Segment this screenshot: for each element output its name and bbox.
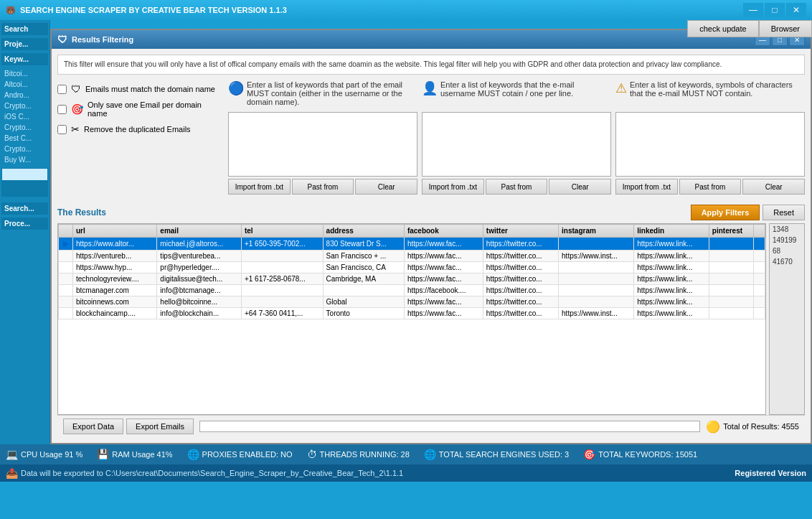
import-txt-btn-2[interactable]: Import from .txt	[422, 179, 484, 195]
sidebar-item-2[interactable]: Andro...	[1, 90, 48, 100]
past-from-btn-2[interactable]: Past from	[486, 179, 548, 195]
checkbox-one-email[interactable]: 🎯 Only save one Email per domain name	[57, 100, 222, 118]
info-text: This filter will ensure that you will on…	[57, 55, 805, 75]
cell-instagram	[559, 273, 634, 285]
sidebar-item-1[interactable]: Altcoi...	[1, 79, 48, 90]
row-expand-cell[interactable]	[59, 285, 73, 296]
sidebar-item-7[interactable]: Crypto...	[1, 144, 48, 154]
reset-button[interactable]: Reset	[763, 205, 805, 220]
clear-btn-2[interactable]: Clear	[549, 179, 611, 195]
row-expand-cell[interactable]	[59, 296, 73, 308]
table-row[interactable]: technologyreview....digitalissue@tech...…	[59, 273, 765, 285]
maximize-button[interactable]: □	[765, 3, 785, 17]
cpu-icon: 💻	[6, 449, 18, 460]
table-row[interactable]: https://ventureb...tips@venturebea...San…	[59, 251, 765, 262]
threads-status: ⏱ THREADS RUNNING: 28	[307, 449, 410, 460]
clear-btn-3[interactable]: Clear	[742, 179, 805, 195]
check-update-button[interactable]: check update	[687, 20, 758, 37]
sidebar-item-0[interactable]: Bitcoi...	[1, 68, 48, 79]
cell-email: pr@hyperledger....	[157, 262, 242, 273]
cell-tel	[241, 296, 323, 308]
sidebar-section-process: Proce...	[1, 218, 48, 230]
proxies-icon: 🌐	[187, 449, 199, 460]
import-txt-btn-3[interactable]: Import from .txt	[615, 179, 678, 195]
filter-desc-2: Enter a list of keywords that the e-mail…	[440, 80, 611, 98]
table-row[interactable]: https://www.hyp...pr@hyperledger....San …	[59, 262, 765, 273]
cell-linkedin: https://www.link...	[634, 296, 709, 308]
col-twitter[interactable]: twitter	[483, 225, 558, 238]
filter-textarea-1[interactable]	[228, 112, 417, 177]
keywords-label: TOTAL KEYWORDS: 15051	[598, 450, 697, 459]
sidebar-item-3[interactable]: Crypto...	[1, 100, 48, 111]
ram-label: RAM Usage 41%	[112, 450, 172, 459]
export-data-button[interactable]: Export Data	[63, 419, 123, 434]
close-button[interactable]: ✕	[786, 3, 806, 17]
filter-textarea-2[interactable]	[422, 112, 611, 177]
cell-email: info@blockchain...	[157, 308, 242, 319]
clear-btn-1[interactable]: Clear	[355, 179, 417, 195]
cell-extra	[754, 238, 765, 251]
checkbox-remove-dup-input[interactable]	[57, 125, 67, 134]
apply-filters-button[interactable]: Apply Filters	[691, 205, 760, 220]
row-expand-cell[interactable]	[59, 273, 73, 285]
table-row[interactable]: btcmanager.cominfo@btcmanage...https://f…	[59, 285, 765, 296]
cell-extra	[754, 308, 765, 319]
filter-desc-1: Enter a list of keywords that part of th…	[247, 80, 417, 106]
cell-url: btcmanager.com	[73, 285, 157, 296]
import-txt-btn-1[interactable]: Import from .txt	[228, 179, 291, 195]
col-linkedin[interactable]: linkedin	[634, 225, 709, 238]
cell-facebook: https://www.fac...	[404, 273, 483, 285]
sidebar-item-4[interactable]: iOS C...	[1, 111, 48, 122]
col-email[interactable]: email	[157, 225, 242, 238]
col-facebook[interactable]: facebook	[404, 225, 483, 238]
row-expand-cell[interactable]	[59, 262, 73, 273]
sidebar-item-6[interactable]: Best C...	[1, 133, 48, 144]
cell-email: digitalissue@tech...	[157, 273, 242, 285]
results-table-container[interactable]: url email tel address facebook twitter i…	[57, 223, 766, 415]
checkbox-one-email-input[interactable]	[57, 105, 67, 114]
filter-header-3: ⚠ Enter a list of keywords, symbols of c…	[615, 80, 805, 109]
minimize-button[interactable]: —	[743, 3, 763, 17]
results-title: The Results	[57, 207, 106, 218]
cell-pinterest	[709, 262, 753, 273]
sidebar: Search Proje... Keyw... Bitcoi... Altcoi…	[0, 20, 50, 482]
past-from-btn-3[interactable]: Past from	[679, 179, 742, 195]
row-expand-cell[interactable]	[59, 251, 73, 262]
cell-tel	[241, 251, 323, 262]
table-row[interactable]: bitcoinnews.comhello@bitcoinne...Globalh…	[59, 296, 765, 308]
checkbox-domain-match[interactable]: 🛡 Emails must match the domain name	[57, 83, 222, 95]
cell-twitter: https://twitter.co...	[483, 262, 558, 273]
cell-email: michael.j@altoros...	[157, 238, 242, 251]
col-url[interactable]: url	[73, 225, 157, 238]
cell-pinterest	[709, 238, 753, 251]
past-from-btn-1[interactable]: Past from	[292, 179, 354, 195]
cell-pinterest	[709, 285, 753, 296]
checkbox-remove-duplicates[interactable]: ✂ Remove the duplicated Emails	[57, 123, 222, 135]
sidebar-section-keywords: Keyw...	[1, 53, 48, 65]
cell-linkedin: https://www.link...	[634, 251, 709, 262]
table-row[interactable]: ▶https://www.altor...michael.j@altoros..…	[59, 238, 765, 251]
cell-linkedin: https://www.link...	[634, 262, 709, 273]
app-icon: 🐻	[6, 6, 16, 15]
table-row[interactable]: blockchaincamp....info@blockchain...+64 …	[59, 308, 765, 319]
row-expand-cell[interactable]	[59, 308, 73, 319]
cell-instagram: https://www.inst...	[559, 308, 634, 319]
total-count: Total of Results: 4555	[723, 422, 799, 431]
checkbox-remove-dup-label: Remove the duplicated Emails	[84, 125, 191, 134]
col-tel[interactable]: tel	[241, 225, 323, 238]
sidebar-item-8[interactable]: Buy W...	[1, 154, 48, 165]
export-emails-button[interactable]: Export Emails	[126, 419, 194, 434]
export-path: Data will be exported to C:\Users\creat\…	[21, 469, 403, 477]
col-pinterest[interactable]: pinterest	[709, 225, 753, 238]
col-address[interactable]: address	[323, 225, 404, 238]
col-instagram[interactable]: instagram	[559, 225, 634, 238]
row-expand-cell[interactable]: ▶	[59, 238, 73, 251]
cell-twitter: https://twitter.co...	[483, 273, 558, 285]
cpu-label: CPU Usage 91 %	[21, 450, 82, 459]
filter-textarea-3[interactable]	[615, 112, 805, 177]
cell-facebook: https://www.fac...	[404, 262, 483, 273]
browser-button[interactable]: Browser	[759, 20, 812, 37]
cell-tel	[241, 262, 323, 273]
sidebar-item-5[interactable]: Crypto...	[1, 122, 48, 133]
checkbox-domain-match-input[interactable]	[57, 85, 67, 94]
